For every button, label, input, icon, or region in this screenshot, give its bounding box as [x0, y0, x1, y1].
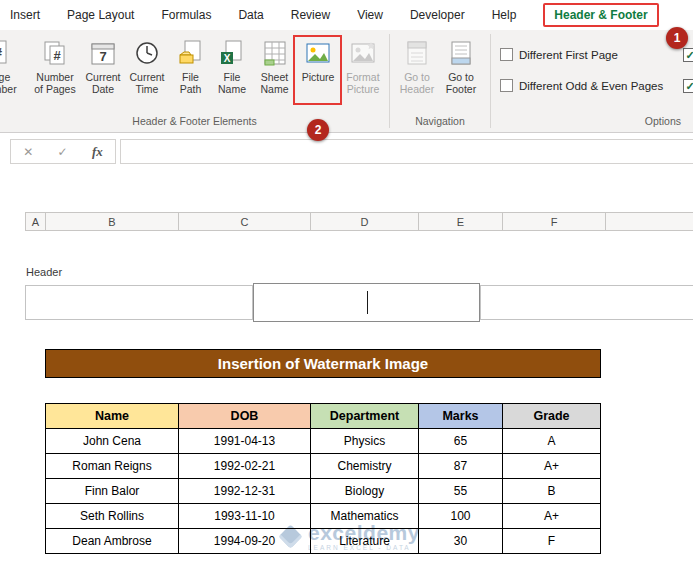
cell[interactable]: Biology — [311, 479, 419, 504]
cell[interactable]: 30 — [419, 529, 503, 554]
column-header-d[interactable]: D — [311, 213, 419, 230]
excel-window: Insert Page Layout Formulas Data Review … — [0, 0, 693, 580]
group-separator — [389, 34, 390, 128]
tab-developer[interactable]: Developer — [410, 8, 465, 22]
cell[interactable]: Dean Ambrose — [46, 529, 179, 554]
cell[interactable]: F — [503, 529, 601, 554]
cell[interactable]: 100 — [419, 504, 503, 529]
column-header-f[interactable]: F — [503, 213, 606, 230]
cell[interactable]: 1994-09-20 — [179, 529, 311, 554]
text-cursor — [367, 291, 368, 314]
button-label: Format — [346, 71, 379, 83]
different-first-page-checkbox[interactable]: Different First Page — [500, 48, 618, 61]
header-center-section[interactable] — [253, 283, 480, 322]
button-label: Number — [0, 83, 17, 95]
cell[interactable]: 1992-12-31 — [179, 479, 311, 504]
cell[interactable]: A — [503, 429, 601, 454]
header-left-section[interactable] — [25, 285, 253, 320]
tab-page-layout[interactable]: Page Layout — [67, 8, 134, 22]
tab-header-footer[interactable]: Header & Footer — [543, 3, 658, 27]
tab-data[interactable]: Data — [238, 8, 263, 22]
current-time-button[interactable]: Current Time — [125, 38, 169, 96]
cell[interactable]: 1992-02-21 — [179, 454, 311, 479]
column-header-e[interactable]: E — [419, 213, 503, 230]
tab-formulas[interactable]: Formulas — [161, 8, 211, 22]
button-label: Name — [218, 83, 246, 95]
enter-button[interactable]: ✓ — [58, 145, 68, 159]
table-row: John Cena 1991-04-13 Physics 65 A — [46, 429, 601, 454]
cell[interactable]: Literature — [311, 529, 419, 554]
checkbox-label: Different Odd & Even Pages — [519, 80, 663, 92]
checkbox-box[interactable] — [500, 48, 513, 61]
cell[interactable]: 87 — [419, 454, 503, 479]
button-label: Current — [85, 71, 120, 83]
header-cell-name[interactable]: Name — [46, 404, 179, 429]
group-separator — [490, 34, 491, 128]
current-date-button[interactable]: 7 Current Date — [81, 38, 125, 96]
button-label: Number — [36, 71, 73, 83]
cell[interactable]: A+ — [503, 454, 601, 479]
header-cell-dob[interactable]: DOB — [179, 404, 311, 429]
cell[interactable]: Chemistry — [311, 454, 419, 479]
cell[interactable]: 55 — [419, 479, 503, 504]
header-cell-department[interactable]: Department — [311, 404, 419, 429]
button-label: Picture — [347, 83, 380, 95]
cell[interactable]: 65 — [419, 429, 503, 454]
file-name-button[interactable]: X File Name — [211, 38, 253, 96]
page-number-button[interactable]: # Page Number — [0, 38, 22, 96]
worksheet-title[interactable]: Insertion of Watermark Image — [45, 349, 601, 378]
button-label: Go to — [448, 71, 474, 83]
cell[interactable]: Mathematics — [311, 504, 419, 529]
header-right-section[interactable] — [480, 285, 693, 320]
tab-review[interactable]: Review — [291, 8, 330, 22]
button-label: of Pages — [34, 83, 75, 95]
header-cell-marks[interactable]: Marks — [419, 404, 503, 429]
cell[interactable]: Seth Rollins — [46, 504, 179, 529]
tab-help[interactable]: Help — [492, 8, 517, 22]
go-to-header-button: Go to Header — [395, 38, 439, 96]
different-odd-even-pages-checkbox[interactable]: Different Odd & Even Pages — [500, 79, 663, 92]
go-to-footer-icon — [445, 38, 477, 68]
cell[interactable]: Physics — [311, 429, 419, 454]
file-name-icon: X — [216, 38, 248, 68]
button-label: Sheet — [261, 71, 288, 83]
checked-checkbox-cropped-1[interactable] — [683, 48, 693, 62]
header-cell-grade[interactable]: Grade — [503, 404, 601, 429]
cell[interactable]: John Cena — [46, 429, 179, 454]
cell[interactable]: A+ — [503, 504, 601, 529]
format-picture-icon — [347, 38, 379, 68]
format-picture-button: Format Picture — [340, 38, 386, 96]
cell[interactable]: 1993-11-10 — [179, 504, 311, 529]
data-table: Name DOB Department Marks Grade John Cen… — [45, 403, 601, 554]
file-path-button[interactable]: File Path — [170, 38, 211, 96]
cell[interactable]: Finn Balor — [46, 479, 179, 504]
button-label: File — [224, 71, 241, 83]
button-label: Date — [92, 83, 114, 95]
checked-checkbox-cropped-2[interactable] — [683, 79, 693, 93]
cell[interactable]: B — [503, 479, 601, 504]
column-header-b[interactable]: B — [46, 213, 179, 230]
checkbox-box[interactable] — [500, 79, 513, 92]
svg-text:#: # — [53, 48, 61, 63]
column-header-c[interactable]: C — [179, 213, 311, 230]
svg-text:7: 7 — [99, 49, 106, 64]
button-label: Page — [0, 71, 10, 83]
tab-view[interactable]: View — [357, 8, 383, 22]
sheet-name-icon — [259, 38, 291, 68]
cell[interactable]: 1991-04-13 — [179, 429, 311, 454]
sheet-name-button[interactable]: Sheet Name — [253, 38, 296, 96]
annotation-step-1-badge: 1 — [666, 27, 688, 49]
cancel-button[interactable]: ✕ — [23, 145, 33, 159]
cell[interactable]: Roman Reigns — [46, 454, 179, 479]
go-to-footer-button[interactable]: Go to Footer — [439, 38, 483, 96]
header-section-label: Header — [26, 266, 62, 278]
go-to-header-icon — [401, 38, 433, 68]
table-row: Roman Reigns 1992-02-21 Chemistry 87 A+ — [46, 454, 601, 479]
tab-insert[interactable]: Insert — [10, 8, 40, 22]
formula-input[interactable] — [120, 139, 693, 164]
column-header-a[interactable]: A — [26, 213, 46, 230]
number-of-pages-button[interactable]: # Number of Pages — [30, 38, 80, 96]
insert-function-button[interactable]: fx — [92, 144, 103, 160]
button-label: Path — [180, 83, 202, 95]
button-label: File — [182, 71, 199, 83]
